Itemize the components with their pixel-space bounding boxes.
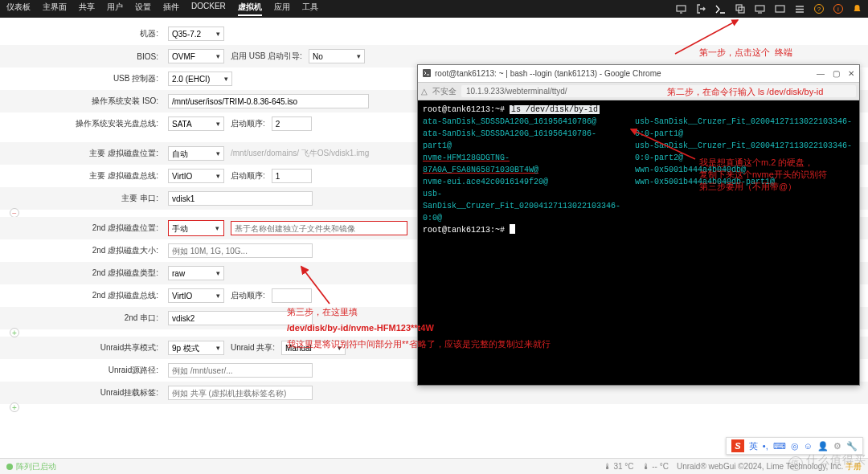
display-icon[interactable] xyxy=(755,5,765,14)
terminal-title: root@tank61213: ~ | bash --login (tank61… xyxy=(435,69,661,78)
top-navbar: 仪表板 主界面 共享 用户 设置 插件 DOCKER 虚拟机 应用 工具 ? i xyxy=(0,0,868,18)
ime-punct-icon[interactable]: •, xyxy=(763,441,768,451)
input-iso-path[interactable] xyxy=(168,94,369,108)
svg-text:i: i xyxy=(837,6,839,13)
terminal-addressbar: △ 不安全 10.1.9.233/webterminal/ttyd/ xyxy=(418,83,859,100)
select-usb-boot[interactable]: No xyxy=(309,49,365,63)
lbl-vdisk1bus: 主要 虚拟磁盘总线: xyxy=(0,170,165,182)
add-share-button[interactable]: + xyxy=(10,402,19,412)
ime-wrench-icon[interactable]: 🔧 xyxy=(846,441,858,452)
nav-dashboard[interactable]: 仪表板 xyxy=(6,2,31,16)
insecure-label: 不安全 xyxy=(432,86,457,97)
select-unraid-share[interactable]: Manual xyxy=(281,341,346,355)
lbl-boot-order-iso: 启动顺序: xyxy=(231,118,265,129)
lbl-boot-order-2: 启动顺序: xyxy=(231,290,265,301)
term-line: ata-SanDisk_SDSSDA120G_161956410786@ xyxy=(423,116,620,128)
lbl-bios: BIOS: xyxy=(0,52,165,61)
lbl-iso: 操作系统安装 ISO: xyxy=(0,96,165,107)
nav-users[interactable]: 用户 xyxy=(107,2,123,16)
ime-lang[interactable]: 英 xyxy=(749,440,758,452)
nav-plugins[interactable]: 插件 xyxy=(163,2,179,16)
terminal-icon[interactable] xyxy=(715,5,726,14)
logout-icon[interactable] xyxy=(696,4,706,14)
lbl-srcpath: Unraid源路径: xyxy=(0,365,165,376)
nav-vms[interactable]: 虚拟机 xyxy=(238,2,262,16)
lbl-serial1: 主要 串口: xyxy=(0,193,165,204)
input-mount-tag[interactable] xyxy=(168,386,313,400)
footer-bar: 阵列已启动 🌡 31 °C 🌡 -- °C Unraid® webGui ©20… xyxy=(0,458,868,474)
input-serial2[interactable] xyxy=(168,311,313,325)
info-icon[interactable]: i xyxy=(833,4,843,14)
nav-tools[interactable]: 工具 xyxy=(302,2,318,16)
input-boot-order-iso[interactable] xyxy=(272,116,312,131)
row-machine: 机器: Q35-7.2 xyxy=(0,22,868,45)
input-serial1[interactable] xyxy=(168,191,313,206)
lbl-usbc: USB 控制器: xyxy=(0,73,165,84)
select-vdisk2-bus[interactable]: VirtIO xyxy=(168,288,224,303)
insecure-icon: △ xyxy=(421,87,428,96)
nav-shares[interactable]: 共享 xyxy=(79,2,95,16)
terminal-url[interactable]: 10.1.9.233/webterminal/ttyd/ xyxy=(461,85,856,97)
close-icon[interactable]: ✕ xyxy=(848,69,854,78)
monitor-icon[interactable] xyxy=(775,5,785,14)
lbl-boot-order-1: 启动顺序: xyxy=(231,170,265,182)
ime-clipboard-icon[interactable]: ◎ xyxy=(791,441,799,452)
temp-2: 🌡 -- °C xyxy=(642,462,669,471)
help-icon[interactable]: ? xyxy=(814,4,824,14)
ime-keyboard-icon[interactable]: ⌨ xyxy=(773,441,786,452)
screen-icon[interactable] xyxy=(676,5,686,14)
select-usb-controller[interactable]: 2.0 (EHCI) xyxy=(168,72,232,86)
input-boot-order-2[interactable] xyxy=(272,288,312,303)
ime-logo-icon: S xyxy=(731,439,744,452)
nav-menu: 仪表板 主界面 共享 用户 设置 插件 DOCKER 虚拟机 应用 工具 xyxy=(6,2,318,16)
lbl-vdisk2type: 2nd 虚拟磁盘类型: xyxy=(0,268,165,279)
minimize-icon[interactable]: — xyxy=(817,69,825,78)
term-line: usb-SanDisk__Cruzer_Fit_0200412711302210… xyxy=(423,188,620,224)
select-vdisk2-loc[interactable]: 手动 xyxy=(169,221,223,235)
select-iso-bus[interactable]: SATA xyxy=(168,116,224,131)
ime-toolbar[interactable]: S 英 •, ⌨ ◎ ☺ 👤 ⚙ 🔧 xyxy=(726,437,863,455)
ime-smiley-icon[interactable]: ☺ xyxy=(804,441,813,451)
nav-main[interactable]: 主界面 xyxy=(43,2,67,16)
prompt: root@tank61213:~# xyxy=(423,105,505,114)
copy-icon[interactable] xyxy=(735,4,745,14)
terminal-titlebar[interactable]: root@tank61213: ~ | bash --login (tank61… xyxy=(418,65,859,83)
cursor-icon xyxy=(510,224,515,234)
term-line: wwn-0x5001b444a4b040db-part1@ xyxy=(635,176,854,188)
nav-apps[interactable]: 应用 xyxy=(274,2,290,16)
lbl-vdisk2loc: 2nd 虚拟磁盘位置: xyxy=(0,223,165,234)
svg-rect-9 xyxy=(423,69,431,77)
select-share-mode[interactable]: 9p 模式 xyxy=(168,341,224,355)
nav-docker[interactable]: DOCKER xyxy=(191,2,226,16)
list-icon[interactable] xyxy=(795,5,805,14)
ime-person-icon[interactable]: 👤 xyxy=(817,441,829,452)
nav-settings[interactable]: 设置 xyxy=(135,2,151,16)
ime-settings-icon[interactable]: ⚙ xyxy=(833,441,841,452)
maximize-icon[interactable]: ▢ xyxy=(833,69,840,78)
select-machine[interactable]: Q35-7.2 xyxy=(168,27,224,41)
hint-vdisk1-path: /mnt/user/domains/ 飞牛OS/vdisk1.img xyxy=(231,148,369,159)
input-vdisk2-size[interactable] xyxy=(168,243,313,258)
terminal-body[interactable]: root@tank61213:~# ls /dev/disk/by-id ata… xyxy=(418,100,859,239)
input-vdisk2-path[interactable] xyxy=(231,221,407,235)
manual-link[interactable]: 手册 xyxy=(845,462,862,471)
term-line: nvme-eui.ace42c0016149f20@ xyxy=(423,176,620,188)
lbl-machine: 机器: xyxy=(0,28,165,39)
select-bios[interactable]: OVMF xyxy=(168,49,224,63)
term-line: usb-SanDisk__Cruzer_Fit_0200412711302210… xyxy=(635,140,854,164)
lbl-vdisk1loc: 主要 虚拟磁盘位置: xyxy=(0,148,165,159)
add-vdisk-button[interactable]: + xyxy=(10,328,19,337)
svg-rect-0 xyxy=(677,6,686,11)
select-vdisk1-loc[interactable]: 自动 xyxy=(168,146,224,161)
bell-icon[interactable] xyxy=(853,4,862,14)
select-vdisk1-bus[interactable]: VirtIO xyxy=(168,169,224,183)
svg-text:?: ? xyxy=(817,6,821,13)
lbl-unraid-share: Unraid 共享: xyxy=(231,342,275,353)
terminal-window: root@tank61213: ~ | bash --login (tank61… xyxy=(417,64,860,386)
input-src-path[interactable] xyxy=(168,363,313,378)
lbl-vdisk2bus: 2nd 虚拟磁盘总线: xyxy=(0,290,165,301)
lbl-share: Unraid共享模式: xyxy=(0,342,165,353)
lbl-mounttag: Unraid挂载标签: xyxy=(0,387,165,398)
input-boot-order-1[interactable] xyxy=(272,169,312,183)
select-vdisk2-type[interactable]: raw xyxy=(168,266,224,280)
